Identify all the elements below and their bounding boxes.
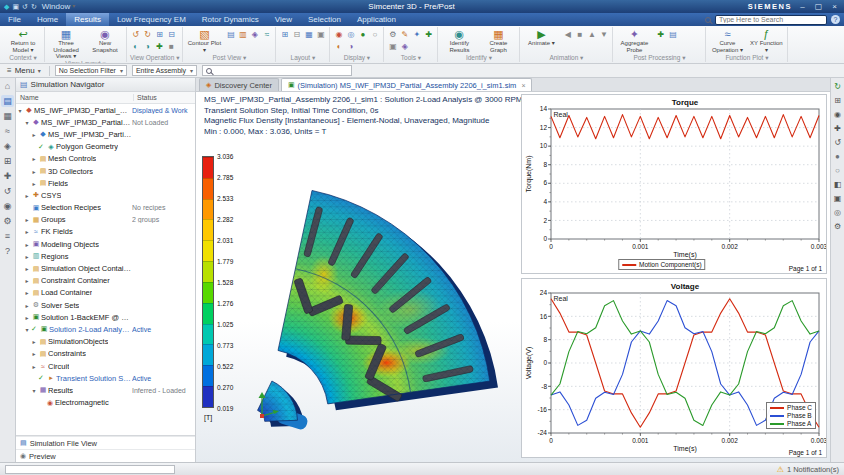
help-panel-icon[interactable]: ? xyxy=(1,245,14,257)
expander-icon[interactable]: ▸ xyxy=(30,363,38,370)
expander-icon[interactable]: ▸ xyxy=(23,253,31,260)
menu-tab-selection[interactable]: Selection xyxy=(300,13,349,26)
expander-icon[interactable]: ▸ xyxy=(30,180,38,187)
ribbon-button-create-graph[interactable]: ▦Create Graph xyxy=(480,28,516,53)
graphics-viewport[interactable]: MS_IWF_IPM3D_Partial_Assembly 2206_i_sim… xyxy=(196,92,830,462)
wireframe-view-icon[interactable]: ○ xyxy=(832,165,844,176)
ribbon-icon[interactable]: ◉ xyxy=(333,29,344,40)
ribbon-icon[interactable]: ▦ xyxy=(303,29,314,40)
minimize-button[interactable]: – xyxy=(797,1,808,12)
expander-icon[interactable]: ▸ xyxy=(23,228,31,235)
expander-icon[interactable]: ▸ xyxy=(30,338,38,345)
tools-panel-icon[interactable]: ⚙ xyxy=(1,215,14,227)
notification-icon[interactable]: ⚠ xyxy=(777,465,784,474)
tree-item-simulation-object-container[interactable]: ▸▤Simulation Object Container xyxy=(16,262,195,274)
ribbon-icon[interactable]: ⊟ xyxy=(291,29,302,40)
shaded-view-icon[interactable]: ● xyxy=(832,151,844,162)
ribbon-group-label-tools[interactable]: Tools ▾ xyxy=(387,54,434,62)
tree-item-circuit[interactable]: ▸≈Circuit xyxy=(16,360,195,372)
tree-item-solver-sets[interactable]: ▸⚙Solver Sets xyxy=(16,299,195,311)
ribbon-button-three-unloaded-views[interactable]: ▦Three Unloaded Views ▾ xyxy=(48,28,84,60)
menu-tab-rotor-dynamics[interactable]: Rotor Dynamics xyxy=(194,13,267,26)
doc-tab-simulation-ms-iwf-ipm3d-partial-assembly[interactable]: ▣(Simulation) MS_IWF_IPM3D_Partial_Assem… xyxy=(281,78,533,91)
menu-tab-view[interactable]: View xyxy=(267,13,300,26)
tree-item-ms-iwf-ipm3d-partial-assembly-2206-i[interactable]: ▾◆MS_IWF_IPM3D_Partial_Assembly 2206_iNo… xyxy=(16,116,195,128)
expander-icon[interactable]: ▾ xyxy=(23,119,31,126)
notification-text[interactable]: 1 Notification(s) xyxy=(787,465,839,474)
ribbon-icon[interactable]: ✚ xyxy=(423,29,434,40)
ribbon-group-label-post-view[interactable]: Post View ▾ xyxy=(186,54,272,62)
menu-tab-file[interactable]: File xyxy=(0,13,29,26)
section-view-icon[interactable]: ◧ xyxy=(832,179,844,190)
ribbon-button-aggregate-probe[interactable]: ✦Aggregate Probe xyxy=(616,28,652,53)
ribbon-icon[interactable]: ▤ xyxy=(667,29,678,40)
redo-icon[interactable]: ↻ xyxy=(31,1,37,12)
expander-icon[interactable]: ▸ xyxy=(30,155,38,162)
layers-icon[interactable]: ≡ xyxy=(1,230,14,242)
maximize-button[interactable]: ▢ xyxy=(813,1,824,12)
ribbon-button-xy-function[interactable]: ƒXY Function ▾ xyxy=(748,28,784,53)
menu-tab-application[interactable]: Application xyxy=(349,13,404,26)
expander-icon[interactable]: ▸ xyxy=(23,265,31,272)
ribbon-icon[interactable]: ▣ xyxy=(315,29,326,40)
ribbon-group-label-layout[interactable]: Layout ▾ xyxy=(279,54,326,62)
ribbon-icon[interactable]: ⊞ xyxy=(154,29,165,40)
ribbon-icon[interactable]: ✎ xyxy=(399,29,410,40)
expander-icon[interactable]: ▸ xyxy=(23,216,31,223)
expander-icon[interactable]: ▸ xyxy=(30,168,38,175)
ribbon-icon[interactable]: ◈ xyxy=(249,29,260,40)
ribbon-icon[interactable]: ◐ xyxy=(130,41,141,52)
tree-item-ms-iwf-ipm3d-partial-assembly-2206-i-sim1[interactable]: ▾◆MS_IWF_IPM3D_Partial_Assembly 2206_i_s… xyxy=(16,104,195,116)
tree-item-fields[interactable]: ▸▤Fields xyxy=(16,177,195,189)
ribbon-group-label-context[interactable]: Context ▾ xyxy=(5,54,41,62)
tree-item-load-container[interactable]: ▸▤Load Container xyxy=(16,287,195,299)
ribbon-icon[interactable]: ⊞ xyxy=(279,29,290,40)
ribbon-button-contour-plot[interactable]: ▧Contour Plot ▾ xyxy=(186,28,222,53)
expander-icon[interactable]: ▸ xyxy=(23,302,31,309)
ribbon-group-label-view-operation[interactable]: View Operation ▾ xyxy=(130,54,179,62)
window-menu[interactable]: Window▾ xyxy=(42,2,75,11)
snapshot-icon[interactable]: ◎ xyxy=(832,207,844,218)
ribbon-icon[interactable]: ▤ xyxy=(225,29,236,40)
ribbon-icon[interactable]: ⚙ xyxy=(387,29,398,40)
menu-tab-home[interactable]: Home xyxy=(29,13,66,26)
tree-item-solution-1-backemf-3000-rpm[interactable]: ▸▣Solution 1-BackEMF @ 3000 RPM xyxy=(16,311,195,323)
voltage-chart-window[interactable]: 00.0010.0020.003-24-16-8081624VoltageRea… xyxy=(521,278,827,458)
ribbon-group-label-post-processing[interactable]: Post Processing ▾ xyxy=(616,54,702,62)
post-processing-navigator-icon[interactable]: ▦ xyxy=(1,110,14,122)
ribbon-group-label-animation[interactable]: Animation ▾ xyxy=(523,54,609,62)
tree-item-modeling-objects[interactable]: ▸▣Modeling Objects xyxy=(16,238,195,250)
expander-icon[interactable]: ▸ xyxy=(23,277,31,284)
close-button[interactable]: × xyxy=(829,1,840,12)
fit-view-icon[interactable]: ⊞ xyxy=(832,95,844,106)
save-icon[interactable]: ▣ xyxy=(12,1,19,12)
tree-item-regions[interactable]: ▸▥Regions xyxy=(16,250,195,262)
preview-panel-icon[interactable]: ◉ xyxy=(1,200,14,212)
tree-item-groups[interactable]: ▸▦Groups2 groups xyxy=(16,214,195,226)
refresh-view-icon[interactable]: ↻ xyxy=(832,81,844,92)
torque-chart-window[interactable]: 00.0010.0020.00302468101214TorqueRealTim… xyxy=(521,94,827,274)
expander-icon[interactable]: ▸ xyxy=(23,289,31,296)
constraints-navigator-icon[interactable]: ✚ xyxy=(1,170,14,182)
selection-filter-dropdown[interactable]: No Selection Filter ▾ xyxy=(55,65,127,76)
tree-item-fk-fields[interactable]: ▸≈FK Fields xyxy=(16,226,195,238)
selection-search-input[interactable] xyxy=(215,66,348,75)
ribbon-icon[interactable]: ◎ xyxy=(345,29,356,40)
part-navigator-icon[interactable]: ◈ xyxy=(1,140,14,152)
ribbon-icon[interactable]: ↻ xyxy=(142,29,153,40)
selection-search[interactable] xyxy=(202,65,352,76)
ribbon-icon[interactable]: ◈ xyxy=(399,41,410,52)
undo-icon[interactable]: ↺ xyxy=(22,1,28,12)
ribbon-icon[interactable]: ◑ xyxy=(345,41,356,52)
menu-tab-results[interactable]: Results xyxy=(66,13,109,26)
menu-tab-low-frequency-em[interactable]: Low Frequency EM xyxy=(109,13,194,26)
ribbon-icon[interactable]: ■ xyxy=(166,41,177,52)
home-icon[interactable]: ⌂ xyxy=(1,80,14,92)
history-icon[interactable]: ↺ xyxy=(1,185,14,197)
ribbon-icon[interactable]: ▣ xyxy=(387,41,398,52)
ribbon-group-label-identify[interactable]: Identify ▾ xyxy=(441,54,516,62)
assembly-navigator-icon[interactable]: ⊞ xyxy=(1,155,14,167)
tree-item-selection-recipes[interactable]: ▣Selection RecipesNo recipes xyxy=(16,202,195,214)
ribbon-button-return-to-model[interactable]: ↩Return to Model ▾ xyxy=(5,28,41,53)
ribbon-icon[interactable]: ▼ xyxy=(598,29,609,40)
